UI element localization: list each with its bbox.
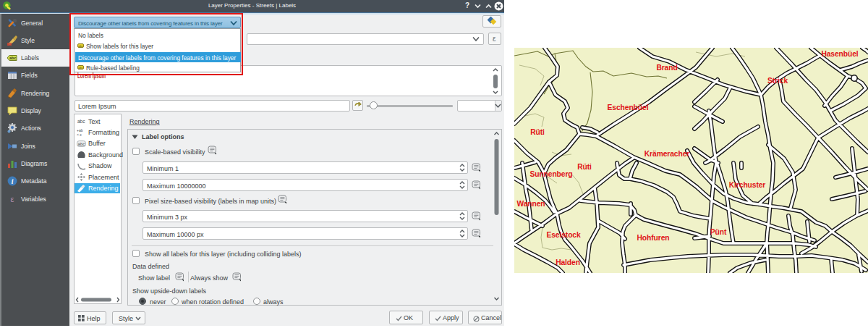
svg-text:abc: abc <box>77 119 85 124</box>
svg-text:Wannen: Wannen <box>516 200 545 208</box>
svg-text:Hohfuren: Hohfuren <box>637 234 670 242</box>
svg-text:abc: abc <box>78 142 85 146</box>
svg-text:i: i <box>12 178 14 185</box>
svg-text:Pünt: Pünt <box>710 228 727 236</box>
svg-text:Krämeracher: Krämeracher <box>644 150 690 158</box>
svg-text:Brand: Brand <box>656 64 677 72</box>
svg-text:Eselstock: Eselstock <box>546 231 581 239</box>
svg-text:Eschenbüel: Eschenbüel <box>608 104 649 112</box>
svg-text:Halden: Halden <box>556 258 580 266</box>
svg-text:ε: ε <box>11 195 14 203</box>
svg-text:Kirchuster: Kirchuster <box>729 181 766 189</box>
svg-text:Rüti: Rüti <box>530 128 545 136</box>
svg-text:Strick: Strick <box>767 77 788 85</box>
svg-text:Hasenbüel: Hasenbüel <box>821 50 858 58</box>
svg-text:Rüti: Rüti <box>577 163 592 171</box>
svg-text:Sunnenberg: Sunnenberg <box>529 170 572 178</box>
svg-text:abc: abc <box>9 56 16 60</box>
svg-text:< c: < c <box>77 133 82 137</box>
